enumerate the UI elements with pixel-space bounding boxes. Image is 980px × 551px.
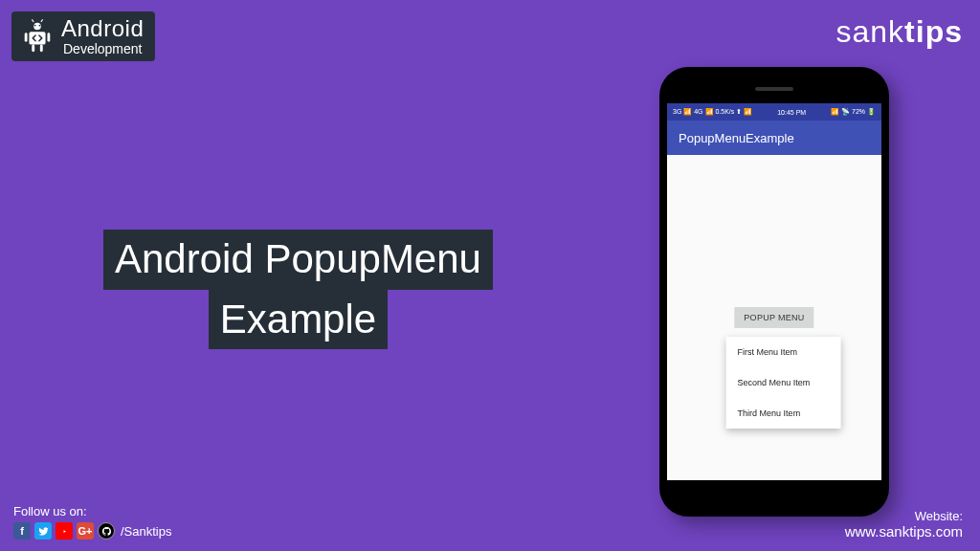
- svg-line-4: [41, 19, 43, 21]
- follow-label: Follow us on:: [13, 504, 171, 518]
- popup-item-1[interactable]: First Menu Item: [726, 337, 841, 367]
- android-dev-icon: [19, 18, 56, 55]
- twitter-icon[interactable]: [34, 522, 52, 540]
- status-right: 📶 📡 72% 🔋: [831, 108, 876, 116]
- logo-sub-text: Development: [63, 42, 144, 55]
- brand-suffix: tips: [904, 14, 963, 49]
- app-bar: PopupMenuExample: [667, 121, 881, 155]
- phone-speaker: [755, 87, 793, 91]
- popup-menu-button[interactable]: POPUP MENU: [734, 307, 813, 328]
- logo-text: Android Development: [61, 17, 144, 55]
- app-bar-title: PopupMenuExample: [679, 131, 794, 145]
- popup-item-3[interactable]: Third Menu Item: [726, 398, 841, 429]
- facebook-icon[interactable]: f: [13, 522, 31, 540]
- app-content: POPUP MENU First Menu Item Second Menu I…: [667, 155, 881, 480]
- social-row: f G+ /Sanktips: [13, 522, 171, 540]
- svg-rect-7: [47, 33, 50, 42]
- svg-rect-6: [25, 33, 28, 42]
- status-left: 3G 📶 4G 📶 0.5K/s ⬆ 📶: [673, 108, 752, 116]
- svg-point-2: [39, 25, 41, 27]
- svg-line-3: [32, 19, 33, 21]
- svg-rect-9: [40, 45, 43, 53]
- title-line-2: Example: [209, 290, 388, 350]
- logo-section: Android Development: [11, 11, 155, 61]
- youtube-icon[interactable]: [56, 522, 73, 540]
- phone-top-bezel: [667, 75, 881, 103]
- popup-menu: First Menu Item Second Menu Item Third M…: [726, 337, 841, 429]
- social-section: Follow us on: f G+ /Sanktips: [13, 504, 171, 540]
- googleplus-icon[interactable]: G+: [77, 522, 94, 540]
- brand-prefix: sank: [836, 14, 905, 49]
- social-handle: /Sanktips: [121, 524, 171, 539]
- github-icon[interactable]: [98, 522, 115, 540]
- status-time: 10:45 PM: [777, 109, 806, 116]
- svg-rect-5: [29, 32, 45, 44]
- brand-text: sanktips: [836, 14, 963, 50]
- popup-item-2[interactable]: Second Menu Item: [726, 367, 841, 398]
- phone-mockup: 3G 📶 4G 📶 0.5K/s ⬆ 📶 10:45 PM 📶 📡 72% 🔋 …: [659, 67, 889, 517]
- title-line-1: Android PopupMenu: [103, 230, 493, 290]
- website-section: Website: www.sanktips.com: [845, 509, 963, 540]
- phone-bottom-bezel: [667, 480, 881, 509]
- status-bar: 3G 📶 4G 📶 0.5K/s ⬆ 📶 10:45 PM 📶 📡 72% 🔋: [667, 103, 881, 121]
- phone-inner: 3G 📶 4G 📶 0.5K/s ⬆ 📶 10:45 PM 📶 📡 72% 🔋 …: [667, 75, 881, 509]
- main-title: Android PopupMenu Example: [103, 230, 493, 349]
- svg-point-0: [33, 23, 41, 31]
- website-url: www.sanktips.com: [845, 523, 963, 540]
- svg-point-1: [34, 25, 36, 27]
- website-label: Website:: [845, 509, 963, 523]
- logo-main-text: Android: [61, 17, 144, 40]
- svg-rect-8: [32, 45, 34, 53]
- phone-screen: 3G 📶 4G 📶 0.5K/s ⬆ 📶 10:45 PM 📶 📡 72% 🔋 …: [667, 103, 881, 480]
